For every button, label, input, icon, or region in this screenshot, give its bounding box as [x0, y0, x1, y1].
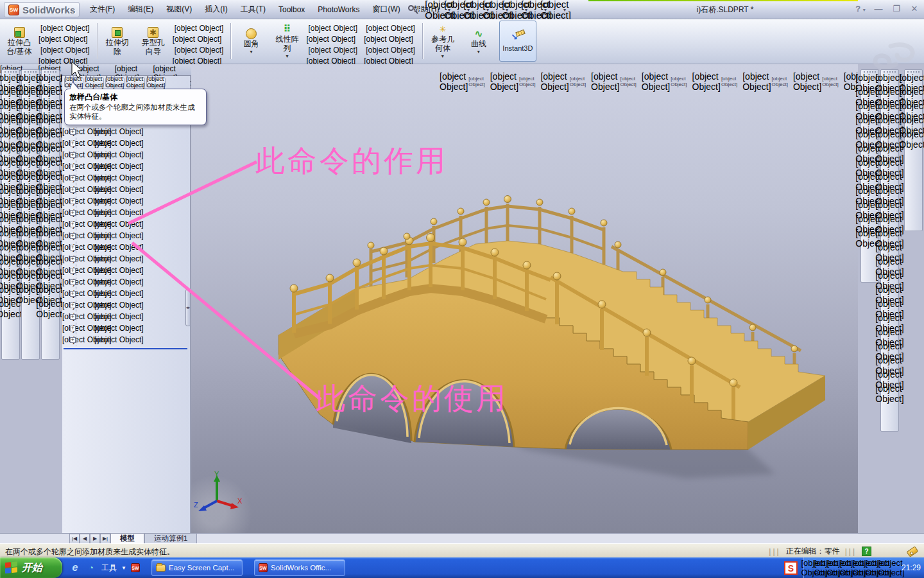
expand-plus-icon[interactable]: +	[70, 164, 76, 170]
tree-item[interactable]: + [object Object] [object Object]	[62, 207, 190, 218]
rollback-bar[interactable]	[64, 348, 187, 349]
menu-item[interactable]: 文件(F)	[83, 2, 121, 17]
menu-item[interactable]: 视图(V)	[160, 2, 198, 17]
expand-plus-icon[interactable]: +	[70, 245, 76, 250]
restore-button[interactable]: ❐	[891, 4, 902, 13]
input-method-icon[interactable]: S	[784, 561, 798, 575]
linear-pattern-button[interactable]: ⠿ 线性阵 列 ▾	[269, 21, 305, 62]
help-button[interactable]: ? ▾	[855, 4, 866, 13]
toolbar-grip[interactable]	[44, 71, 56, 73]
tray-icon[interactable]: [object Object]	[886, 563, 896, 573]
tree-item[interactable]: + [object Object] [object Object]	[62, 184, 190, 195]
tab-nav-last[interactable]: ▶|	[100, 534, 110, 544]
tab-nav-first[interactable]: |◀	[69, 534, 80, 544]
start-button[interactable]: 开始	[0, 557, 62, 578]
tree-item[interactable]: + [object Object] [object Object]	[62, 241, 190, 253]
search-icon[interactable]	[406, 3, 420, 16]
feature-manager-tab[interactable]: [object Object]	[126, 77, 145, 87]
menu-item[interactable]: 编辑(E)	[121, 2, 160, 17]
hole-wizard-button[interactable]: ✱ 异型孔 向导	[135, 21, 171, 62]
media-player-icon[interactable]: ◔	[85, 562, 97, 574]
quick-tips-icon[interactable]: ?	[862, 547, 871, 556]
curves-button[interactable]: ∿ 曲线 ▾	[461, 21, 497, 62]
tree-item[interactable]: + [object Object] [object Object]	[62, 311, 190, 322]
task-button-easy-screen-capture[interactable]: Easy Screen Capt...	[151, 559, 243, 576]
palette-icon[interactable]: [object Object]	[4, 302, 17, 315]
toolbar-button[interactable]: [object Object] [object Object]	[364, 22, 419, 44]
chevron-down-icon[interactable]: ▼	[121, 565, 126, 571]
toolbar-button[interactable]: [object Object] [object Object]	[38, 44, 94, 66]
instant3d-button[interactable]: ↘ Instant3D	[499, 21, 536, 62]
task-button-solidworks-office[interactable]: SW SolidWorks Offic...	[254, 559, 345, 576]
expand-plus-icon[interactable]: +	[70, 256, 76, 262]
tab-model[interactable]: 模型	[110, 534, 144, 544]
extruded-cut-button[interactable]: 拉伸切 除	[99, 21, 135, 62]
viewport-canvas[interactable]: [object Object] [object Object] [object …	[191, 64, 858, 533]
palette-icon[interactable]: [object Object]	[907, 132, 920, 146]
close-button[interactable]: ✕	[909, 4, 920, 13]
feature-manager-tab[interactable]: [object Object]	[85, 77, 104, 87]
tree-item[interactable]: + [object Object] [object Object]	[62, 230, 190, 241]
bridge-model[interactable]	[191, 64, 858, 533]
tree-item[interactable]: + [object Object] [object Object]	[62, 253, 190, 265]
tab-nav-prev[interactable]: ◀	[80, 534, 90, 544]
tab-motion-study[interactable]: 运动算例1	[144, 534, 197, 544]
expand-plus-icon[interactable]: +	[70, 141, 76, 146]
toolbar-grip[interactable]	[4, 71, 17, 73]
tools-toolbar-label[interactable]: 工具	[101, 563, 117, 574]
panel-splitter-handle[interactable]: ◂▸	[185, 289, 191, 326]
fillet-button[interactable]: 圆角 ▾	[233, 21, 269, 62]
toolbar-button[interactable]: [object Object] [object Object]	[364, 44, 419, 66]
command-tab[interactable]: [object Object]	[153, 64, 191, 75]
toolbar-button[interactable]: [object Object] [object Object]	[173, 22, 228, 44]
expand-plus-icon[interactable]: +	[70, 210, 76, 216]
expand-plus-icon[interactable]: +	[70, 314, 76, 320]
toolbar-grip[interactable]	[884, 71, 896, 73]
palette-icon[interactable]: [object Object]	[883, 387, 896, 400]
menu-item[interactable]: PhotoWorks	[311, 3, 366, 16]
solidworks-quick-icon[interactable]: SW	[131, 563, 140, 572]
expand-plus-icon[interactable]: +	[70, 268, 76, 274]
expand-plus-icon[interactable]: +	[70, 302, 76, 308]
toolbar-button[interactable]: [object Object] [object Object]	[38, 22, 94, 44]
tree-item[interactable]: + [object Object] [object Object]	[62, 265, 190, 276]
extruded-boss-base-button[interactable]: 拉伸凸 台/基体	[1, 21, 37, 62]
expand-plus-icon[interactable]: +	[70, 337, 76, 343]
expand-plus-icon[interactable]: +	[70, 152, 76, 158]
expand-plus-icon[interactable]: +	[70, 187, 76, 193]
palette-icon[interactable]: [object Object]	[24, 288, 37, 301]
tree-item[interactable]: + [object Object] [object Object]	[62, 299, 190, 311]
expand-plus-icon[interactable]: +	[70, 129, 76, 135]
menu-item[interactable]: 插入(I)	[198, 2, 234, 17]
palette-icon[interactable]: [object Object]	[863, 231, 877, 245]
tree-item[interactable]: + [object Object] [object Object]	[62, 322, 190, 334]
quick-access-icon[interactable]: [object Object]	[549, 3, 563, 17]
tree-item[interactable]: + [object Object] [object Object]	[62, 334, 190, 346]
toolbar-grip[interactable]	[864, 71, 876, 73]
expand-plus-icon[interactable]: +	[70, 279, 76, 285]
tree-item[interactable]: + [object Object] [object Object]	[62, 137, 190, 149]
toolbar-grip[interactable]	[907, 71, 920, 73]
tree-item[interactable]: + [object Object] [object Object]	[62, 126, 190, 137]
minimize-button[interactable]: —	[873, 4, 884, 13]
expand-plus-icon[interactable]: +	[70, 175, 76, 181]
toolbar-grip[interactable]	[24, 71, 37, 73]
tree-item[interactable]: + [object Object] [object Object]	[62, 149, 190, 161]
expand-plus-icon[interactable]: +	[70, 326, 76, 331]
menu-item[interactable]: Toolbox	[272, 3, 311, 16]
toolbar-button[interactable]: [object Object] [object Object]	[173, 44, 228, 66]
feature-manager-tab[interactable]: [object Object]	[146, 77, 166, 87]
toolbar-button[interactable]: [object Object] [object Object]	[306, 22, 361, 44]
tree-item[interactable]: + [object Object] [object Object]	[62, 172, 190, 184]
chevron-down-icon[interactable]: ▾	[563, 7, 566, 13]
expand-plus-icon[interactable]: +	[70, 233, 76, 239]
menu-item[interactable]: 窗口(W)	[366, 2, 407, 17]
reference-geometry-button[interactable]: ✳ 参考几 何体 ▾	[425, 21, 461, 62]
ie-icon[interactable]: e	[69, 562, 81, 574]
tag-icon[interactable]	[907, 546, 919, 557]
menu-item[interactable]: 工具(T)	[234, 2, 272, 17]
expand-plus-icon[interactable]: +	[70, 198, 76, 204]
tree-item[interactable]: + [object Object] [object Object]	[62, 288, 190, 299]
tree-item[interactable]: + [object Object] [object Object]	[62, 195, 190, 207]
command-tab[interactable]: [object Object]	[76, 64, 115, 75]
